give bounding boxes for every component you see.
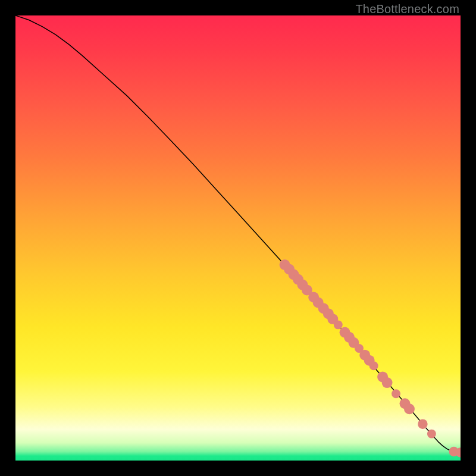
scatter-dots bbox=[280, 259, 461, 458]
data-point bbox=[404, 403, 415, 414]
data-point bbox=[369, 361, 378, 370]
plot-area bbox=[15, 15, 461, 461]
chart-overlay bbox=[15, 15, 461, 461]
chart-stage: TheBottleneck.com bbox=[0, 0, 476, 476]
data-point bbox=[334, 320, 343, 329]
data-point bbox=[392, 389, 400, 398]
curve-line bbox=[15, 15, 461, 453]
watermark-text: TheBottleneck.com bbox=[355, 2, 459, 16]
data-point bbox=[382, 377, 393, 388]
data-point bbox=[427, 430, 436, 439]
data-point bbox=[418, 419, 427, 428]
